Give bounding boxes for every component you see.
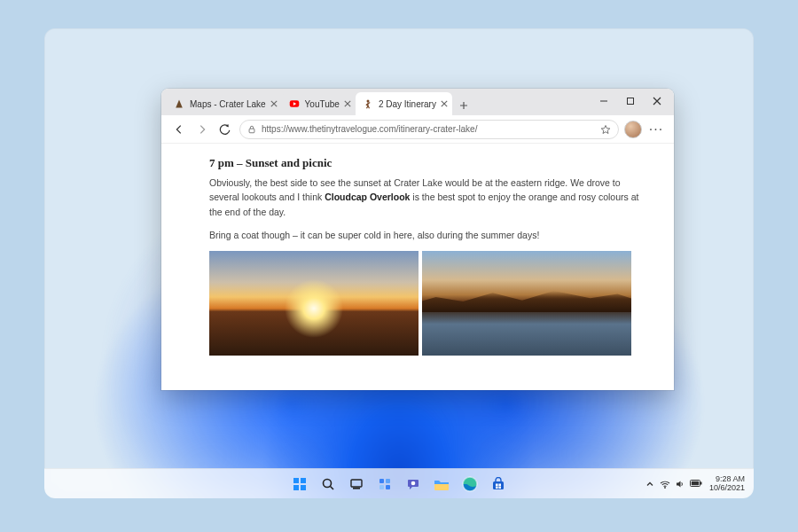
close-icon[interactable] [343,99,352,108]
hiker-favicon [363,98,373,109]
browser-window: Maps - Crater Lake YouTube [161,89,674,390]
new-tab-button[interactable] [454,96,473,115]
favorite-icon[interactable] [600,124,611,135]
svg-rect-19 [496,483,498,486]
lock-icon [247,125,256,134]
svg-point-1 [366,100,369,103]
svg-rect-13 [379,485,384,489]
url-input[interactable] [262,124,595,134]
chevron-up-icon[interactable] [645,480,654,489]
youtube-favicon [289,98,300,109]
svg-point-23 [664,487,666,489]
tab-label: YouTube [305,99,340,109]
taskbar-clock[interactable]: 9:28 AM 10/6/2021 [709,475,745,493]
paragraph-1: Obviously, the best side to see the suns… [209,176,644,219]
svg-rect-2 [628,98,634,105]
edge-button[interactable] [460,474,480,494]
chat-button[interactable] [403,474,423,494]
section-heading: 7 pm – Sunset and picnic [209,156,644,170]
sunset-photo-1 [209,251,419,356]
svg-rect-9 [351,480,362,487]
svg-rect-20 [498,483,501,486]
forward-button[interactable] [193,121,211,138]
svg-rect-12 [386,479,390,483]
taskbar-center-icons [290,474,508,494]
svg-rect-11 [379,479,384,483]
task-view-button[interactable] [347,474,366,494]
desktop: Maps - Crater Lake YouTube [44,28,754,498]
tab-maps-crater-lake[interactable]: Maps - Crater Lake [167,92,282,115]
svg-point-15 [411,481,416,485]
svg-rect-7 [301,485,306,490]
file-explorer-button[interactable] [432,474,451,494]
svg-rect-22 [498,486,501,489]
close-window-button[interactable] [644,90,670,112]
svg-rect-21 [496,486,498,489]
wifi-icon[interactable] [660,480,670,489]
profile-avatar[interactable] [624,121,642,138]
maximize-button[interactable] [617,90,644,112]
refresh-button[interactable] [216,121,234,138]
svg-rect-6 [293,485,299,490]
svg-point-8 [324,479,332,487]
back-button[interactable] [170,121,188,138]
volume-icon[interactable] [676,480,685,489]
tab-youtube[interactable]: YouTube [282,92,356,115]
svg-rect-18 [493,481,504,489]
battery-icon[interactable] [690,480,702,487]
more-menu-button[interactable]: ··· [647,121,665,138]
minimize-button[interactable] [591,90,617,112]
page-content: 7 pm – Sunset and picnic Obviously, the … [161,144,674,390]
tray-icons[interactable] [645,480,702,489]
photo-row [209,251,644,356]
svg-rect-4 [293,478,299,483]
svg-rect-5 [301,478,306,483]
tab-strip: Maps - Crater Lake YouTube [161,89,674,115]
close-icon[interactable] [440,99,449,108]
system-tray: 9:28 AM 10/6/2021 [645,469,745,498]
svg-rect-26 [692,481,699,484]
address-bar[interactable] [239,120,619,139]
tab-2-day-itinerary[interactable]: 2 Day Itinerary [356,92,452,115]
start-button[interactable] [290,474,309,494]
widgets-button[interactable] [375,474,395,494]
close-icon[interactable] [270,99,278,108]
svg-rect-10 [353,488,360,489]
nps-favicon [174,98,184,109]
window-controls [591,90,670,112]
clock-date: 10/6/2021 [709,484,745,493]
browser-toolbar: ··· [161,115,674,144]
sunset-photo-2 [422,251,631,356]
svg-rect-3 [249,129,254,133]
tab-label: Maps - Crater Lake [190,99,266,109]
taskbar: 9:28 AM 10/6/2021 [44,468,754,498]
store-button[interactable] [489,474,508,494]
paragraph-2: Bring a coat though – it can be super co… [209,228,644,242]
tab-label: 2 Day Itinerary [379,99,436,109]
svg-rect-25 [700,481,702,484]
search-button[interactable] [318,474,338,494]
svg-rect-14 [386,485,390,489]
